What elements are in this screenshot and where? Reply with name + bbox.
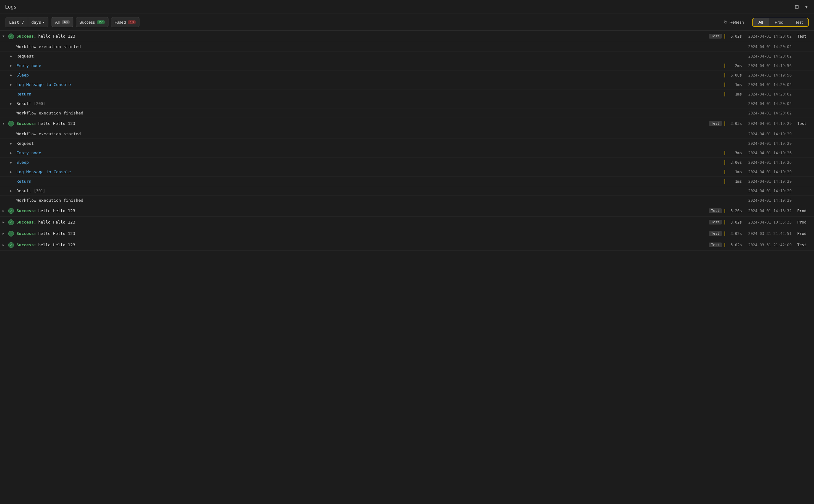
status-icon: ✓ — [8, 208, 14, 214]
grid-icon-button[interactable]: ⊞ — [793, 3, 800, 11]
child-text: Workflow execution finished — [16, 111, 83, 115]
child-row[interactable]: ▶Result[301]2024-04-01 14:19:29 — [0, 186, 814, 196]
child-label: Request — [16, 141, 725, 146]
log-text: hello Hello 123 — [38, 34, 75, 39]
log-label: Success:hello Hello 123 — [16, 121, 709, 126]
child-datetime: 2024-04-01 14:20:02 — [745, 101, 797, 106]
child-row[interactable]: Return1ms2024-04-01 14:20:02 — [0, 89, 814, 99]
child-link-text[interactable]: Return — [16, 179, 31, 184]
child-expand-icon[interactable]: ▶ — [10, 102, 15, 105]
tag-badge: Test — [709, 231, 722, 236]
child-expand-icon[interactable]: ▶ — [10, 151, 15, 155]
status-icon: ✓ — [8, 231, 14, 237]
child-row[interactable]: Workflow execution started2024-04-01 14:… — [0, 42, 814, 52]
log-row[interactable]: ▶✓Success:hello Hello 123Test3.02s2024-0… — [0, 228, 814, 239]
status-icon: ✓ — [8, 219, 14, 225]
datetime-col: 2024-04-01 14:16:32 — [745, 209, 797, 213]
child-label: Empty node — [16, 63, 725, 68]
child-link-text[interactable]: Log Message to Console — [16, 169, 71, 174]
child-link-text[interactable]: Log Message to Console — [16, 82, 71, 87]
child-datetime: 2024-04-01 14:19:56 — [745, 73, 797, 77]
child-row[interactable]: ▶Sleep3.00s2024-04-01 14:19:26 — [0, 158, 814, 167]
expand-icon[interactable]: ▶ — [3, 232, 7, 235]
expand-icon[interactable]: ▶ — [3, 243, 7, 247]
child-label: Sleep — [16, 160, 725, 165]
child-text: Result — [16, 101, 31, 106]
filter-failed-button[interactable]: Failed 13 — [111, 17, 139, 27]
filter-success-button[interactable]: Success 27 — [76, 17, 108, 27]
time-unit-dropdown[interactable]: days ▾ — [28, 17, 48, 27]
child-row[interactable]: ▶Empty node2ms2024-04-01 14:19:56 — [0, 61, 814, 71]
filter-success-count: 27 — [97, 20, 105, 24]
tab-prod[interactable]: Prod — [769, 18, 789, 26]
expand-icon[interactable]: ▶ — [3, 209, 7, 212]
child-expand-icon[interactable]: ▶ — [10, 83, 15, 86]
filter-all-button[interactable]: All 40 — [52, 17, 73, 27]
child-row[interactable]: Workflow execution finished2024-04-01 14… — [0, 196, 814, 205]
child-duration: 3.00s — [725, 160, 745, 165]
child-datetime: 2024-04-01 14:19:29 — [745, 198, 797, 203]
child-text: Request — [16, 141, 34, 146]
tag-badge: Test — [709, 208, 722, 213]
expand-icon[interactable]: ▶ — [3, 220, 7, 224]
child-row[interactable]: ▶Sleep6.00s2024-04-01 14:19:56 — [0, 71, 814, 80]
child-datetime: 2024-04-01 14:19:29 — [745, 179, 797, 184]
child-expand-icon[interactable]: ▶ — [10, 64, 15, 67]
child-link-text[interactable]: Empty node — [16, 151, 41, 155]
refresh-button[interactable]: ↻ Refresh — [724, 20, 744, 25]
child-row[interactable]: ▶Request2024-04-01 14:19:29 — [0, 139, 814, 148]
time-selector[interactable]: Last 7 days ▾ — [5, 17, 48, 27]
duration-col: 3.03s — [725, 121, 745, 126]
child-row[interactable]: Workflow execution started2024-04-01 14:… — [0, 129, 814, 139]
env-col: Prod — [797, 220, 811, 224]
status-text: Success: — [16, 243, 36, 247]
child-link-text[interactable]: Return — [16, 92, 31, 96]
datetime-col: 2024-04-01 10:35:35 — [745, 220, 797, 224]
log-row[interactable]: ▶✓Success:hello Hello 123Test3.20s2024-0… — [0, 205, 814, 217]
filter-failed-label: Failed — [114, 20, 126, 25]
status-text: Success: — [16, 231, 36, 236]
child-duration: 1ms — [725, 92, 745, 96]
expand-icon[interactable]: ▼ — [3, 122, 7, 125]
chevron-down-button[interactable]: ▾ — [804, 3, 809, 11]
child-link-text[interactable]: Empty node — [16, 63, 41, 68]
child-datetime: 2024-04-01 14:20:02 — [745, 54, 797, 58]
title-bar-left: Logs — [5, 4, 16, 10]
log-row[interactable]: ▼✓Success:hello Hello 123Test6.02s2024-0… — [0, 31, 814, 42]
tab-test[interactable]: Test — [789, 18, 808, 26]
datetime-col: 2024-03-31 21:42:51 — [745, 231, 797, 236]
child-expand-icon[interactable]: ▶ — [10, 170, 15, 174]
expand-icon[interactable]: ▼ — [3, 34, 7, 38]
datetime-col: 2024-04-01 14:19:29 — [745, 121, 797, 126]
child-expand-icon[interactable]: ▶ — [10, 73, 15, 77]
child-row[interactable]: Return1ms2024-04-01 14:19:29 — [0, 177, 814, 186]
child-label: Workflow execution started — [16, 44, 725, 49]
child-label: Empty node — [16, 151, 725, 155]
child-expand-icon[interactable]: ▶ — [10, 189, 15, 193]
log-row[interactable]: ▼✓Success:hello Hello 123Test3.03s2024-0… — [0, 118, 814, 129]
child-text: Result — [16, 188, 31, 193]
child-expand-icon[interactable]: ▶ — [10, 142, 15, 145]
child-datetime: 2024-04-01 14:19:26 — [745, 151, 797, 155]
filter-tabs: All Prod Test — [752, 18, 809, 27]
child-label: Log Message to Console — [16, 82, 725, 87]
child-row[interactable]: ▶Empty node3ms2024-04-01 14:19:26 — [0, 148, 814, 158]
log-row[interactable]: ▶✓Success:hello Hello 123Test3.02s2024-0… — [0, 239, 814, 251]
log-text: hello Hello 123 — [38, 208, 75, 213]
child-row[interactable]: ▶Request2024-04-01 14:20:02 — [0, 52, 814, 61]
child-expand-icon[interactable]: ▶ — [10, 161, 15, 164]
tab-all[interactable]: All — [753, 18, 769, 26]
log-row[interactable]: ▶✓Success:hello Hello 123Test3.02s2024-0… — [0, 217, 814, 228]
child-expand-icon[interactable]: ▶ — [10, 54, 15, 58]
time-last-label: Last 7 — [5, 17, 28, 27]
child-row[interactable]: ▶Result[200]2024-04-01 14:20:02 — [0, 99, 814, 108]
child-link-text[interactable]: Sleep — [16, 73, 29, 77]
child-duration: 1ms — [725, 170, 745, 174]
filter-failed-count: 13 — [128, 20, 136, 24]
child-row[interactable]: Workflow execution finished2024-04-01 14… — [0, 108, 814, 118]
child-row[interactable]: ▶Log Message to Console1ms2024-04-01 14:… — [0, 80, 814, 89]
child-link-text[interactable]: Sleep — [16, 160, 29, 165]
child-row[interactable]: ▶Log Message to Console1ms2024-04-01 14:… — [0, 167, 814, 177]
status-text: Success: — [16, 121, 36, 126]
env-col: Prod — [797, 231, 811, 236]
